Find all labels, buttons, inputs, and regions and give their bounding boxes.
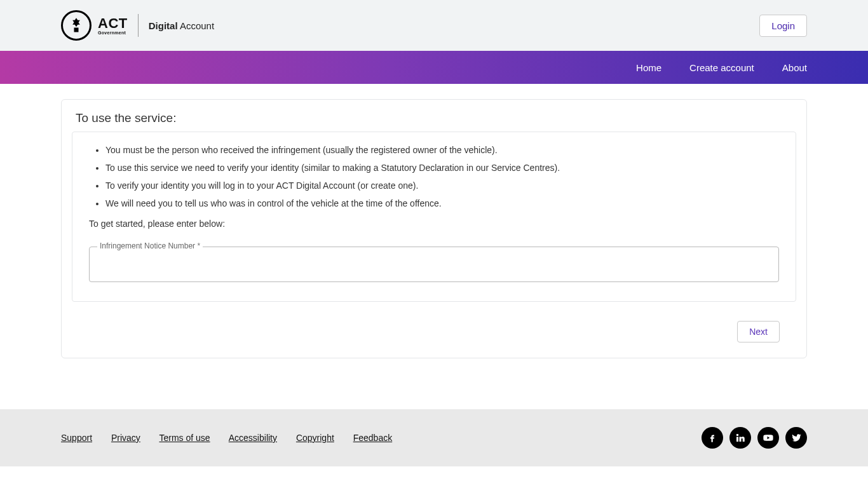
brand-main-text: ACT (98, 17, 128, 30)
svg-rect-0 (74, 28, 79, 32)
brand-sub-text: Government (98, 30, 128, 35)
nav-about[interactable]: About (782, 62, 807, 73)
infringement-field: Infringement Notice Number * (89, 247, 779, 282)
requirements-list: You must be the person who received the … (89, 145, 779, 208)
list-item: We will need you to tell us who was in c… (105, 198, 779, 208)
footer: Support Privacy Terms of use Accessibili… (0, 409, 868, 466)
nav-home[interactable]: Home (636, 62, 661, 73)
card-body: You must be the person who received the … (72, 132, 796, 302)
footer-link-terms[interactable]: Terms of use (159, 433, 210, 443)
footer-link-copyright[interactable]: Copyright (296, 433, 334, 443)
list-item: You must be the person who received the … (105, 145, 779, 155)
footer-link-support[interactable]: Support (61, 433, 92, 443)
infringement-label-text: Infringement Notice Number (100, 241, 197, 250)
facebook-icon[interactable] (702, 427, 723, 449)
youtube-icon[interactable] (757, 427, 779, 449)
card-actions: Next (72, 302, 796, 349)
next-button[interactable]: Next (737, 321, 780, 342)
card-title: To use the service: (62, 100, 806, 132)
brand-product-light: Account (178, 20, 215, 31)
nav-create-account[interactable]: Create account (689, 62, 754, 73)
service-card: To use the service: You must be the pers… (61, 99, 807, 358)
brand-divider (138, 14, 139, 37)
brand-logo[interactable]: ACT Government Digital Account (61, 8, 220, 43)
brand-product-bold: Digital (149, 20, 178, 31)
act-seal-icon (61, 10, 92, 41)
list-item: To use this service we need to verify yo… (105, 163, 779, 173)
required-mark: * (197, 241, 200, 250)
list-item: To verify your identity you will log in … (105, 180, 779, 191)
login-button[interactable]: Login (759, 15, 807, 37)
footer-links: Support Privacy Terms of use Accessibili… (61, 433, 409, 443)
twitter-icon[interactable] (785, 427, 807, 449)
footer-link-feedback[interactable]: Feedback (353, 433, 392, 443)
footer-link-privacy[interactable]: Privacy (111, 433, 140, 443)
top-bar: ACT Government Digital Account Login (0, 0, 868, 51)
footer-link-accessibility[interactable]: Accessibility (229, 433, 277, 443)
linkedin-icon[interactable] (729, 427, 751, 449)
lead-text: To get started, please enter below: (89, 219, 779, 229)
infringement-input[interactable] (90, 247, 778, 281)
brand-text-block: ACT Government (98, 17, 128, 35)
page-content: To use the service: You must be the pers… (0, 84, 868, 384)
infringement-label: Infringement Notice Number * (97, 241, 203, 250)
social-links (702, 427, 807, 449)
primary-nav: Home Create account About (0, 51, 868, 84)
brand-product-name: Digital Account (149, 20, 214, 31)
coat-of-arms-icon (67, 17, 85, 34)
